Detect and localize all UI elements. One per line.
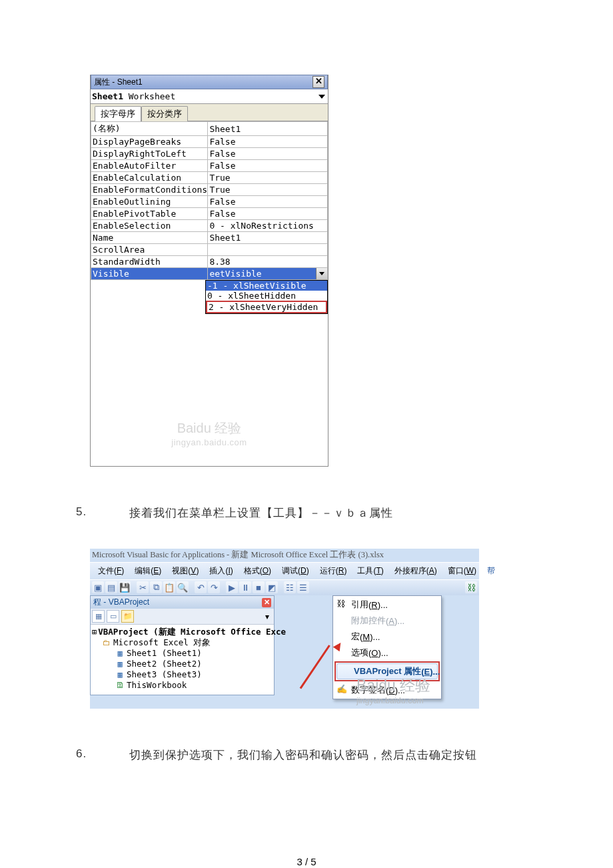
tab-categorized[interactable]: 按分类序 [141,106,188,121]
property-name: Name [91,232,208,244]
property-value[interactable]: True [208,184,328,196]
menu-insert[interactable]: 插入(I) [204,564,238,578]
sheet-icon: ▦ [115,669,125,680]
menu-file[interactable]: 文件(F) [93,564,129,578]
property-value[interactable]: True [208,172,328,184]
property-value[interactable]: False [208,160,328,172]
dropdown-button[interactable] [316,268,327,279]
close-icon[interactable]: ✕ [312,76,324,88]
watermark-url: jingyan.baidu.com [171,437,247,447]
dropdown-option[interactable]: 0 - xlSheetHidden [206,291,327,301]
property-value[interactable]: 8.38 [208,256,328,268]
menu-run[interactable]: 运行(R) [314,564,352,578]
copy-icon[interactable]: ⧉ [150,581,162,593]
signature-icon: ✍ [336,684,347,695]
menu-tools[interactable]: 工具(T) [352,564,388,578]
property-value[interactable] [208,244,328,256]
property-value[interactable]: False [208,136,328,148]
property-row[interactable]: EnableSelection0 - xlNoRestrictions [91,220,328,232]
property-row[interactable]: EnableAutoFilterFalse [91,160,328,172]
chevron-down-icon[interactable] [318,95,325,99]
menu-macros[interactable]: 宏(M)... [334,629,440,645]
property-row[interactable]: EnableCalculationTrue [91,172,328,184]
design-icon[interactable]: ◩ [266,581,278,593]
save-icon[interactable]: 💾 [119,581,131,593]
paste-icon[interactable]: 📋 [163,581,175,593]
menu-additional-controls: 附加控件(A)... [334,613,440,629]
property-row[interactable]: DisplayPageBreaksFalse [91,136,328,148]
property-value[interactable]: eetVisible [208,268,328,280]
properties-icon[interactable]: ☰ [297,581,309,593]
property-row[interactable]: EnableFormatConditionsCalTrue [91,184,328,196]
tree-sheet[interactable]: ▦Sheet2 (Sheet2) [92,659,273,669]
project-explorer: 程 - VBAProject ✕ ▦ ▭ 📁 ▾ ⊞ VBAProject (新… [90,595,275,695]
dropdown-option[interactable]: 2 - xlSheetVeryHidden [206,301,327,313]
property-value[interactable]: False [208,208,328,220]
undo-icon[interactable]: ↶ [195,581,207,593]
redo-icon[interactable]: ↷ [208,581,220,593]
workbook-icon: 🖺 [115,680,125,691]
property-row[interactable]: EnablePivotTableFalse [91,208,328,220]
tree-root[interactable]: ⊞ VBAProject (新建 Microsoft Office Exce [92,627,273,637]
view-code-icon[interactable]: ▦ [92,610,105,623]
tree-sheet[interactable]: ▦Sheet1 (Sheet1) [92,648,273,659]
property-row[interactable]: (名称)Sheet1 [91,122,328,136]
references-icon: ⛓ [336,599,347,609]
menu-edit[interactable]: 编辑(E) [129,564,167,578]
property-name: EnableOutlining [91,196,208,208]
tree-workbook[interactable]: 🖺 ThisWorkbook [92,680,273,691]
tree-folder[interactable]: 🗀 Microsoft Excel 对象 [92,637,273,648]
property-name: (名称) [91,122,208,136]
menu-addins[interactable]: 外接程序(A) [389,564,442,578]
step-6: 6. 切换到保护选项下，我们输入密码和确认密码，然后点击确定按钮 [76,747,613,763]
project-explorer-toolbar: ▦ ▭ 📁 ▾ [91,609,274,625]
find-icon[interactable]: 🔍 [177,581,189,593]
folder-icon[interactable]: 📁 [121,610,134,623]
object-selector[interactable]: Sheet1 Worksheet [91,89,328,104]
run-icon[interactable]: ▶ [226,581,238,593]
excel-icon[interactable]: ▣ [92,581,104,593]
menu-references[interactable]: ⛓ 引用(R)... [334,597,440,613]
cut-icon[interactable]: ✂ [137,581,149,593]
property-value[interactable]: Sheet1 [208,122,328,136]
properties-titlebar: 属性 - Sheet1 ✕ [91,75,328,89]
property-row[interactable]: ScrollArea [91,244,328,256]
tree-sheet[interactable]: ▦Sheet3 (Sheet3) [92,669,273,680]
property-value[interactable]: 0 - xlNoRestrictions [208,220,328,232]
property-name: EnableFormatConditionsCal [91,184,208,196]
property-row[interactable]: StandardWidth8.38 [91,256,328,268]
menu-debug[interactable]: 调试(D) [277,564,314,578]
property-row[interactable]: EnableOutliningFalse [91,196,328,208]
property-value[interactable]: Sheet1 [208,232,328,244]
step-number: 5. [76,505,129,521]
dropdown-option[interactable]: -1 - xlSheetVisible [206,281,327,291]
visible-dropdown-list[interactable]: -1 - xlSheetVisible 0 - xlSheetHidden 2 … [205,280,328,314]
pause-icon[interactable]: ⏸ [239,581,251,593]
property-value[interactable]: False [208,148,328,160]
property-name: DisplayPageBreaks [91,136,208,148]
property-row[interactable]: DisplayRightToLeftFalse [91,148,328,160]
property-name: EnableCalculation [91,172,208,184]
menu-format[interactable]: 格式(O) [239,564,277,578]
menu-view[interactable]: 视图(V) [167,564,204,578]
properties-window: 属性 - Sheet1 ✕ Sheet1 Worksheet 按字母序 按分类序… [90,75,328,467]
project-explorer-icon[interactable]: ☷ [284,581,296,593]
view-object-icon[interactable]: ▭ [107,610,119,623]
chevron-down-icon[interactable]: ▾ [261,611,273,622]
property-row[interactable]: NameSheet1 [91,232,328,244]
tab-alphabetical[interactable]: 按字母序 [95,106,141,121]
property-value[interactable]: False [208,196,328,208]
insert-module-icon[interactable]: ▤ [105,581,117,593]
step-text: 接着我们在菜单栏上设置【工具】－－ｖｂａ属性 [129,505,393,521]
menu-options[interactable]: 选项(O)... [334,645,440,661]
references-icon[interactable]: ⛓ [465,581,477,593]
menu-window[interactable]: 窗口(W) [442,564,482,578]
properties-title-text: 属性 - Sheet1 [94,75,143,89]
project-explorer-title: 程 - VBAProject ✕ [91,596,274,609]
page-footer: 3 / 5 [0,856,613,867]
menu-help[interactable]: 帮 [482,564,500,578]
project-tree[interactable]: ⊞ VBAProject (新建 Microsoft Office Exce 🗀… [91,625,274,695]
property-row-visible[interactable]: Visible eetVisible [91,268,328,280]
close-icon[interactable]: ✕ [262,598,271,607]
stop-icon[interactable]: ■ [253,581,265,593]
